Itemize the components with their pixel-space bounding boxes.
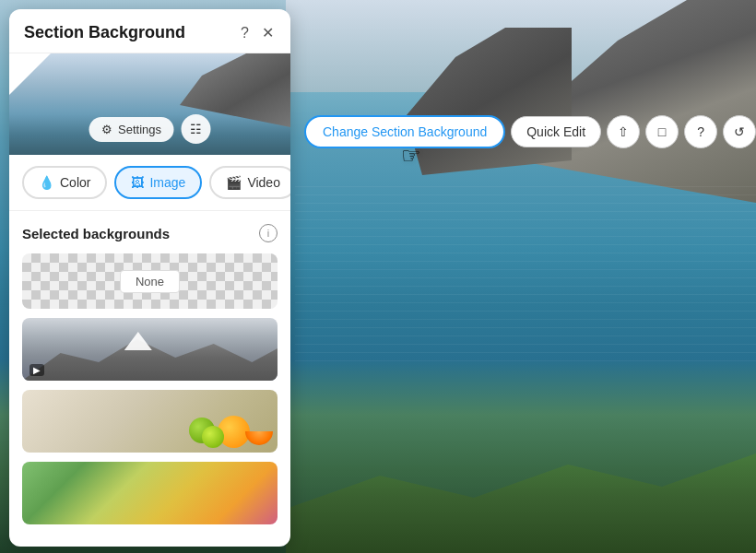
tab-color[interactable]: 💧 Color <box>22 166 107 199</box>
info-icon-button[interactable]: i <box>259 224 278 242</box>
refresh-icon: ↺ <box>734 124 745 139</box>
background-option-none[interactable]: None <box>22 253 278 309</box>
help-icon-button[interactable]: ? <box>684 115 717 148</box>
selected-backgrounds-header: Selected backgrounds i <box>22 224 278 242</box>
video-badge-icon: ▶ <box>33 365 41 375</box>
tab-image[interactable]: 🖼 Image <box>114 166 202 199</box>
video-badge: ▶ <box>30 364 44 376</box>
gradient-image <box>22 462 278 524</box>
orange-slice-fruit <box>245 418 273 445</box>
crop-icon: □ <box>658 124 666 139</box>
section-background-panel: Section Background ? ✕ ⚙ Settings ☷ 💧 Co… <box>9 9 290 547</box>
settings-gear-icon: ⚙ <box>101 123 112 136</box>
refresh-icon-button[interactable]: ↺ <box>723 115 756 148</box>
crop-icon-button[interactable]: □ <box>645 115 679 148</box>
preview-settings-label: Settings <box>118 123 161 136</box>
move-up-icon: ⇧ <box>618 124 629 139</box>
mountain-shape <box>22 335 278 381</box>
panel-title: Section Background <box>24 23 185 42</box>
panel-preview: ⚙ Settings ☷ <box>9 53 290 155</box>
panel-close-button[interactable]: ✕ <box>260 22 276 43</box>
quick-edit-button[interactable]: Quick Edit <box>511 116 601 147</box>
panel-header: Section Background ? ✕ <box>9 9 290 53</box>
change-section-background-button[interactable]: Change Section Background <box>304 115 505 148</box>
panel-help-button[interactable]: ? <box>239 23 251 43</box>
preview-settings-button[interactable]: ⚙ Settings <box>89 117 174 142</box>
snow-cap <box>124 332 152 350</box>
water-highlight <box>295 184 756 369</box>
gradient-image-container <box>22 462 278 524</box>
background-option-gradient[interactable] <box>22 462 278 524</box>
mountain-image-container: ▶ <box>22 318 278 381</box>
fruit-image-container <box>22 390 278 453</box>
selected-backgrounds-label: Selected backgrounds <box>22 226 170 241</box>
video-icon: 🎬 <box>226 175 242 190</box>
tab-video-label: Video <box>247 175 280 190</box>
image-icon: 🖼 <box>131 175 144 190</box>
tab-video[interactable]: 🎬 Video <box>209 166 290 199</box>
mountain-image <box>22 318 278 381</box>
background-option-mountain[interactable]: ▶ <box>22 318 278 381</box>
color-drop-icon: 💧 <box>39 175 54 190</box>
preview-adjust-button[interactable]: ☷ <box>182 114 211 144</box>
panel-header-icons: ? ✕ <box>239 22 276 43</box>
none-checker: None <box>22 253 278 309</box>
lime-2-fruit <box>202 426 224 448</box>
preview-overlay-buttons: ⚙ Settings ☷ <box>89 114 211 144</box>
panel-body: Selected backgrounds i None ▶ <box>9 211 290 547</box>
move-up-icon-button[interactable]: ⇧ <box>607 115 640 148</box>
adjust-icon: ☷ <box>190 122 202 136</box>
tab-image-label: Image <box>149 175 185 190</box>
tab-color-label: Color <box>60 175 90 190</box>
background-type-tabs: 💧 Color 🖼 Image 🎬 Video <box>9 155 290 211</box>
fruit-image <box>22 390 278 453</box>
background-option-fruit[interactable] <box>22 390 278 453</box>
none-label: None <box>120 270 180 293</box>
help-icon: ? <box>697 124 704 139</box>
canvas-toolbar: Change Section Background Quick Edit ⇧ □… <box>304 115 756 148</box>
